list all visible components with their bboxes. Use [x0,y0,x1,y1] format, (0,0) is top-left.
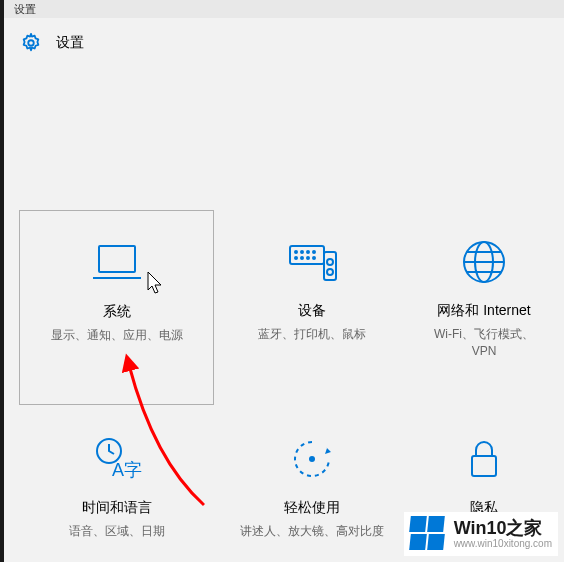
ease-of-access-icon [289,435,335,483]
page-title: 设置 [56,34,84,52]
window-titlebar: 设置 [4,0,564,18]
tile-devices[interactable]: 设备 蓝牙、打印机、鼠标 [214,210,409,405]
devices-icon [284,238,340,286]
svg-point-7 [295,257,297,259]
laptop-icon [89,239,145,287]
tile-title: 网络和 Internet [437,302,530,320]
tile-title: 设备 [298,302,326,320]
svg-text:A字: A字 [112,460,142,480]
tile-title: 时间和语言 [82,499,152,517]
svg-point-12 [327,259,333,265]
tile-desc: 语音、区域、日期 [53,523,181,540]
tile-desc: 讲述人、放大镜、高对比度 [224,523,400,540]
tile-title: 系统 [103,303,131,321]
svg-point-8 [301,257,303,259]
tile-desc: Wi-Fi、飞行模式、VPN [409,326,559,360]
svg-point-18 [309,456,315,462]
svg-point-3 [295,251,297,253]
settings-window: 设置 设置 系统 显示、通知、应用、电源 [4,0,564,562]
settings-content: 系统 显示、通知、应用、电源 [4,60,564,562]
tile-network[interactable]: 网络和 Internet Wi-Fi、飞行模式、VPN [409,210,559,405]
svg-point-6 [313,251,315,253]
tile-ease-of-access[interactable]: 轻松使用 讲述人、放大镜、高对比度 [214,405,409,562]
svg-rect-1 [99,246,135,272]
gear-icon [20,32,42,54]
watermark-title: Win10之家 [454,519,552,539]
svg-point-9 [307,257,309,259]
time-language-icon: A字 [92,435,142,483]
svg-point-0 [28,40,34,46]
svg-rect-2 [290,246,324,264]
svg-point-10 [313,257,315,259]
windows-logo-icon [410,516,446,552]
tile-desc: 显示、通知、应用、电源 [35,327,199,344]
tile-time-language[interactable]: A字 时间和语言 语音、区域、日期 [19,405,214,562]
tile-desc: 蓝牙、打印机、鼠标 [242,326,382,343]
svg-point-13 [327,269,333,275]
lock-icon [464,435,504,483]
svg-point-4 [301,251,303,253]
window-title: 设置 [14,2,36,17]
svg-rect-19 [472,456,496,476]
tile-system[interactable]: 系统 显示、通知、应用、电源 [19,210,214,405]
tile-title: 轻松使用 [284,499,340,517]
svg-point-5 [307,251,309,253]
watermark-url: www.win10xitong.com [454,538,552,549]
globe-icon [461,238,507,286]
watermark: Win10之家 www.win10xitong.com [404,512,558,556]
